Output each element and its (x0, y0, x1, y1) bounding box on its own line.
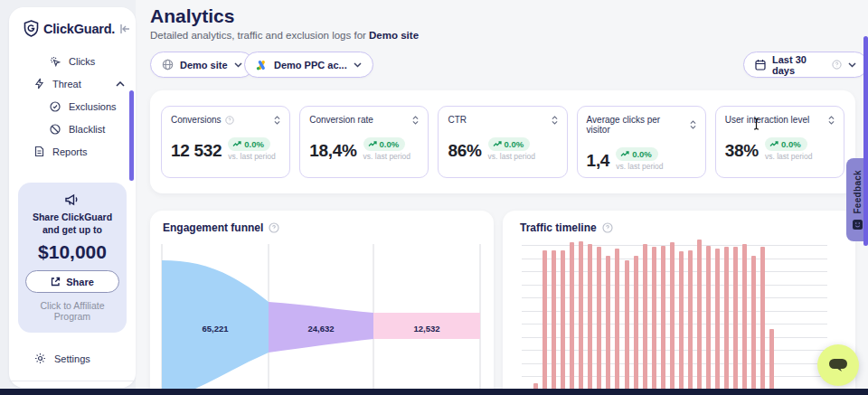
trending-up-icon (620, 151, 629, 157)
timeline-bar (724, 247, 729, 395)
promo-amount: $10,000 (25, 241, 119, 263)
page-title: Analytics (150, 5, 234, 27)
sidebar-collapse-icon[interactable] (119, 24, 131, 34)
page-subtitle: Detailed analytics, traffic and exclusio… (150, 30, 419, 41)
funnel-stage-3-value: 12,532 (413, 324, 439, 334)
metric-label: Conversions (171, 115, 222, 125)
logo: ClickGuard. (9, 7, 136, 46)
check-circle-icon (50, 101, 61, 112)
metric-value: 86% (448, 141, 481, 161)
trend-badge: 0.0% (228, 137, 270, 151)
timeline-bar (570, 242, 574, 395)
info-icon[interactable] (269, 222, 279, 233)
gridline (522, 245, 827, 246)
trend-badge: 0.0% (363, 137, 406, 151)
chevron-down-icon (354, 62, 362, 68)
info-icon[interactable] (832, 60, 842, 70)
metric-sort-icon[interactable] (690, 120, 696, 129)
info-icon[interactable] (225, 116, 234, 125)
trend-badge: 0.0% (616, 147, 658, 161)
metric-card: User interaction level38%0.0%vs. last pe… (715, 106, 844, 178)
engagement-funnel-card: 65,221 24,632 12,532 Engagement funnel (150, 211, 494, 395)
timeline-bar (634, 256, 638, 395)
subtitle-site-name: Demo site (369, 30, 419, 41)
metric-sort-icon[interactable] (274, 116, 280, 125)
chevron-down-icon (848, 62, 856, 68)
date-range-dropdown[interactable]: Last 30 days (743, 52, 868, 78)
sidebar-item-exclusions[interactable]: Exclusions (9, 95, 136, 118)
funnel-stage-2-value: 24,632 (307, 324, 334, 334)
chevron-up-icon[interactable] (116, 81, 125, 87)
gridline (522, 311, 827, 312)
metric-sort-icon[interactable] (412, 116, 419, 125)
timeline-bar (697, 240, 702, 395)
timeline-bar (552, 250, 556, 395)
timeline-bar (643, 244, 647, 395)
window-bottom-edge (0, 389, 868, 395)
metric-sort-icon[interactable] (552, 116, 558, 125)
sidebar-item-label: Clicks (69, 56, 95, 67)
affiliate-program-link[interactable]: Click to Affiliate Program (25, 300, 119, 322)
chevron-down-icon (234, 62, 242, 68)
metric-card: Average clicks per visitor1,40.0%vs. las… (577, 106, 706, 178)
globe-icon (162, 59, 174, 71)
compare-label: vs. last period (765, 152, 812, 161)
timeline-bar (597, 247, 601, 395)
compare-label: vs. last period (228, 152, 275, 161)
gridline (522, 285, 827, 286)
calendar-icon (755, 59, 766, 71)
traffic-timeline-plot (522, 240, 827, 395)
page-scrollbar[interactable] (863, 36, 868, 246)
metric-value: 12 532 (171, 141, 222, 161)
metric-label: Average clicks per visitor (587, 115, 686, 135)
metric-card: CTR86%0.0%vs. last period (438, 106, 567, 178)
gear-icon (34, 353, 46, 364)
trend-value: 0.0% (505, 139, 524, 149)
funnel-stage-1-value: 65,221 (202, 324, 229, 334)
trend-value: 0.0% (380, 139, 400, 149)
sidebar-item-blacklist[interactable]: Blacklist (9, 118, 136, 140)
sidebar-item-clicks[interactable]: Clicks (9, 50, 136, 72)
sidebar-item-settings[interactable]: Settings (9, 347, 136, 370)
sidebar-nav: Clicks Threat Exclusions (9, 50, 136, 163)
megaphone-icon (25, 193, 119, 207)
info-icon[interactable] (602, 222, 613, 233)
share-button[interactable]: Share (25, 270, 119, 293)
sidebar-item-label: Reports (52, 146, 88, 157)
sidebar-item-label: Exclusions (69, 101, 117, 112)
trend-value: 0.0% (632, 149, 652, 159)
timeline-bar (625, 260, 629, 395)
trending-up-icon (232, 141, 241, 147)
trending-up-icon (368, 141, 377, 147)
metric-sort-icon[interactable] (828, 116, 835, 125)
gridline (522, 350, 827, 351)
sidebar-item-threat[interactable]: Threat (9, 72, 136, 95)
chat-widget-button[interactable] (817, 344, 859, 386)
document-icon (34, 146, 44, 157)
timeline-bar (615, 249, 619, 395)
sidebar-item-label: Threat (52, 79, 81, 89)
ppc-account-filter-dropdown[interactable]: Demo PPC ac... (244, 52, 373, 78)
gridline (522, 259, 827, 259)
sidebar-scrollbar[interactable] (129, 90, 134, 181)
cursor-click-icon (50, 56, 61, 67)
lightning-icon (34, 78, 44, 89)
metric-value: 38% (725, 141, 759, 161)
metric-label: Conversion rate (309, 115, 373, 125)
timeline-bar (688, 250, 693, 395)
metric-card: Conversions12 5320.0%vs. last period (161, 106, 290, 178)
sidebar-item-reports[interactable]: Reports (9, 140, 136, 163)
timeline-bar (760, 247, 765, 395)
site-filter-dropdown[interactable]: Demo site (150, 52, 254, 78)
timeline-bar (652, 247, 656, 395)
metric-value: 1,4 (587, 151, 610, 171)
engagement-funnel-chart: 65,221 24,632 12,532 (150, 211, 494, 395)
date-range-label: Last 30 days (772, 54, 826, 76)
google-ads-icon (256, 60, 268, 71)
share-button-label: Share (66, 277, 94, 287)
timeline-bar (769, 329, 774, 395)
timeline-bar (670, 242, 675, 395)
gridline (522, 337, 827, 338)
sidebar: ClickGuard. Clicks Threat (9, 7, 136, 388)
gridline (522, 376, 827, 377)
